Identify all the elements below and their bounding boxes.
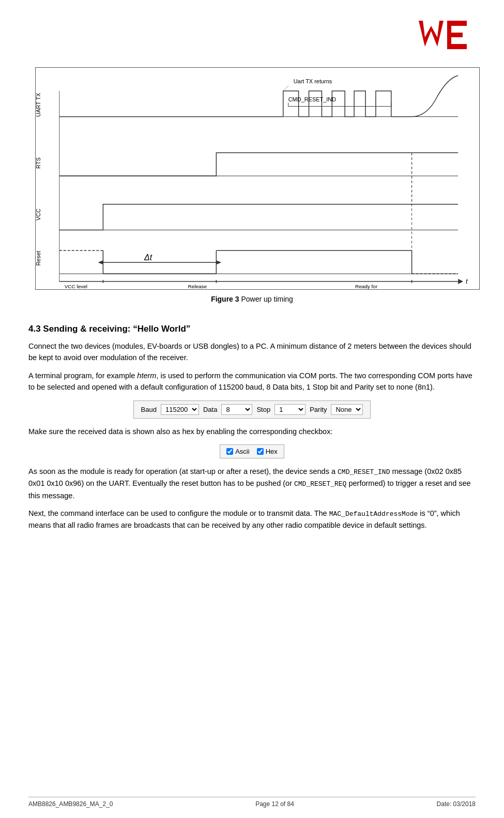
ascii-label: Ascii xyxy=(235,448,249,455)
footer-page-info: Page 12 of 84 xyxy=(255,800,294,808)
ready-label: Ready for xyxy=(355,284,378,289)
parity-label: Parity xyxy=(310,406,327,413)
footer-doc-id: AMB8826_AMB9826_MA_2_0 xyxy=(28,800,113,808)
rts-label: RTS xyxy=(35,157,41,169)
p4-start: As soon as the module is ready for opera… xyxy=(28,467,338,475)
footer-date: Date: 03/2018 xyxy=(437,800,476,808)
ascii-checkbox-item: Ascii xyxy=(226,448,249,455)
uart-tx-returns-label: Uart TX returns xyxy=(293,78,332,84)
vcc-label: VCC xyxy=(35,209,41,220)
stop-select[interactable]: 1 xyxy=(274,404,306,415)
section-heading: 4.3 Sending & receiving: “Hello World” xyxy=(28,324,476,334)
figure-caption-text: Power up timing xyxy=(239,295,293,303)
figure-caption-bold: Figure 3 xyxy=(211,295,239,303)
p2-italic: hterm xyxy=(137,371,156,380)
we-logo xyxy=(414,16,476,57)
figure-caption: Figure 3 Power up timing xyxy=(211,295,293,303)
page-footer: AMB8826_AMB9826_MA_2_0 Page 12 of 84 Dat… xyxy=(28,797,476,808)
p2-start: A terminal program, for example xyxy=(28,371,137,380)
svg-marker-22 xyxy=(216,260,221,264)
p5-start: Next, the command interface can be used … xyxy=(28,509,329,517)
baud-select[interactable]: 115200 xyxy=(161,404,199,415)
ascii-checkbox[interactable] xyxy=(226,448,233,455)
t-axis-label: t xyxy=(466,277,468,285)
reset-label: Reset xyxy=(35,251,41,266)
vcc-stable-label: VCC level xyxy=(64,284,87,289)
paragraph-2: A terminal program, for example hterm, i… xyxy=(28,370,476,393)
logo-area xyxy=(28,16,476,57)
page: UART TX RTS VCC Reset t xyxy=(0,0,504,818)
hex-label: Hex xyxy=(266,448,278,455)
timing-diagram-container: UART TX RTS VCC Reset t xyxy=(28,67,476,319)
baud-label: Baud xyxy=(141,406,157,413)
svg-marker-21 xyxy=(98,260,103,264)
svg-rect-4 xyxy=(447,44,467,49)
release-reset-label: Release xyxy=(188,284,207,289)
svg-rect-2 xyxy=(447,21,467,26)
uart-tx-label: UART TX xyxy=(35,93,41,117)
p4-code2: CMD_RESET_REQ xyxy=(294,480,346,488)
svg-marker-0 xyxy=(419,21,444,47)
delta-t-label: Δt xyxy=(144,253,152,262)
svg-rect-3 xyxy=(447,33,463,37)
p4-code1: CMD_RESET_IND xyxy=(338,468,390,476)
paragraph-1: Connect the two devices (modules, EV-boa… xyxy=(28,340,476,364)
hex-checkbox-item: Hex xyxy=(257,448,278,455)
paragraph-4: As soon as the module is ready for opera… xyxy=(28,466,476,501)
svg-line-12 xyxy=(283,86,288,91)
timing-diagram: UART TX RTS VCC Reset t xyxy=(35,67,480,290)
cmd-reset-ind-label: CMD_RESET_IND xyxy=(288,96,335,102)
baud-settings-widget: Baud 115200 Data 8 Stop 1 Parity None xyxy=(133,400,371,419)
svg-marker-10 xyxy=(458,279,463,284)
stop-label: Stop xyxy=(256,406,270,413)
data-label: Data xyxy=(203,406,217,413)
checkbox-widget: Ascii Hex xyxy=(220,444,284,458)
parity-select[interactable]: None xyxy=(331,404,363,415)
p5-code: MAC_DefaultAddressMode xyxy=(329,510,418,518)
data-select[interactable]: 8 xyxy=(221,404,252,415)
paragraph-3: Make sure the received data is shown als… xyxy=(28,426,476,437)
hex-checkbox[interactable] xyxy=(257,448,264,455)
paragraph-5: Next, the command interface can be used … xyxy=(28,508,476,531)
